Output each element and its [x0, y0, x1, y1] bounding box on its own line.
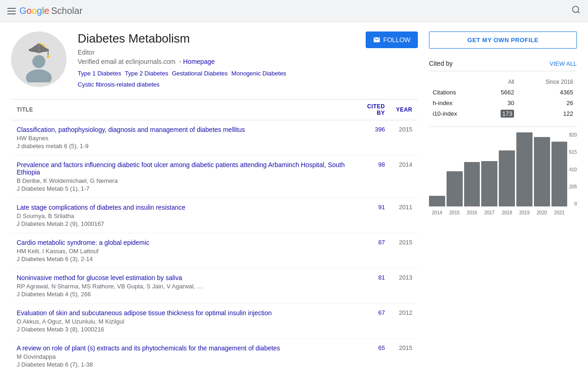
- profile-info: Diabetes Metabolism Editor Verified emai…: [78, 31, 355, 88]
- paper-title-link[interactable]: Late stage complications of diabetes and…: [17, 204, 347, 211]
- chart-year-label: 2016: [464, 210, 480, 215]
- profile-tags: Type 1 Diabetes Type 2 Diabetes Gestatio…: [78, 70, 355, 88]
- paper-cited[interactable]: 65: [352, 339, 390, 368]
- paper-journal: J Diabetes Metab 4 (5), 266: [17, 291, 347, 298]
- paper-authors: HW Baynes: [17, 135, 347, 142]
- chart-bar: [481, 161, 497, 206]
- chart-bars: [429, 132, 567, 206]
- logo-scholar-text: Scholar: [51, 6, 83, 16]
- tag-gestational[interactable]: Gestational Diabetes: [172, 70, 228, 77]
- chart-area: 20142015201620172018201920202021: [429, 132, 567, 215]
- paper-authors: O Akkus, A Oguz, M Uzunlulu, M Kizilgul: [17, 318, 347, 325]
- y-tick-615: 615: [569, 150, 577, 155]
- avatar: [11, 31, 67, 87]
- paper-info: Noninvasive method for glucose level est…: [11, 268, 352, 304]
- profile-name: Diabetes Metabolism: [78, 31, 355, 46]
- stats-hindex-row: h-index 30 26: [429, 98, 577, 108]
- chart-bar: [447, 171, 463, 206]
- y-tick-205: 205: [569, 184, 577, 189]
- stats-citations-since: 4365: [518, 87, 577, 98]
- stats-hindex-label: h-index: [429, 98, 483, 108]
- chart-year-label: 2014: [429, 210, 445, 215]
- paper-cited[interactable]: 87: [352, 233, 390, 268]
- col-cited[interactable]: CITED BY: [352, 100, 390, 120]
- papers-table: TITLE CITED BY YEAR Classification, path…: [11, 99, 418, 368]
- hamburger-menu[interactable]: [7, 8, 16, 14]
- paper-info: Late stage complications of diabetes and…: [11, 198, 352, 233]
- paper-info: Evaluation of skin and subcutaneous adip…: [11, 304, 352, 339]
- chart-bar: [429, 196, 445, 206]
- view-all-link[interactable]: VIEW ALL: [550, 60, 577, 67]
- paper-cited[interactable]: 98: [352, 156, 390, 198]
- paper-cited[interactable]: 396: [352, 120, 390, 156]
- svg-rect-4: [48, 50, 49, 56]
- paper-authors: B Deribe, K Woldemichael, G Nemera: [17, 177, 347, 184]
- paper-journal: J Diabetes Metab 2 (9), 1000167: [17, 220, 347, 227]
- paper-authors: RP Agrawal, N Sharma, MS Rathore, VB Gup…: [17, 283, 347, 290]
- table-row: A review on role of plant (s) extracts a…: [11, 339, 418, 368]
- chart-year-label: 2021: [551, 210, 568, 215]
- chart-bar: [534, 137, 550, 206]
- chart-bar: [551, 142, 568, 206]
- stats-col-since: Since 2016: [518, 77, 577, 87]
- paper-year: 2012: [391, 304, 418, 339]
- get-profile-button[interactable]: GET MY OWN PROFILE: [429, 31, 577, 49]
- paper-year: 2011: [391, 198, 418, 233]
- stats-i10index-row: i10-index 173 122: [429, 108, 577, 119]
- svg-point-10: [26, 69, 52, 82]
- profile-email: Verified email at eclinjournals.com - Ho…: [78, 58, 355, 65]
- table-row: Cardio metabolic syndrome: a global epid…: [11, 233, 418, 268]
- col-year[interactable]: YEAR: [391, 100, 418, 120]
- paper-title-link[interactable]: Prevalence and factors influencing diabe…: [17, 161, 347, 176]
- paper-title-link[interactable]: Evaluation of skin and subcutaneous adip…: [17, 309, 347, 317]
- stats-i10index-since: 122: [518, 108, 577, 119]
- paper-journal: J Diabetes Metab 5 (1), 1-7: [17, 185, 347, 192]
- paper-cited[interactable]: 91: [352, 198, 390, 233]
- stats-i10index-label: i10-index: [429, 108, 483, 119]
- paper-title-link[interactable]: Noninvasive method for glucose level est…: [17, 274, 347, 281]
- tag-type2[interactable]: Type 2 Diabetes: [125, 70, 168, 77]
- paper-journal: J Diabetes Metab 6 (7), 1-38: [17, 361, 347, 368]
- paper-year: 2015: [391, 233, 418, 268]
- paper-title-link[interactable]: Classification, pathophysiology, diagnos…: [17, 126, 347, 133]
- stats-table: All Since 2016 Citations 5662 4365 h-ind…: [429, 77, 577, 119]
- follow-button-container: FOLLOW: [366, 31, 418, 48]
- stats-hindex-since: 26: [518, 98, 577, 108]
- follow-label: FOLLOW: [383, 36, 410, 44]
- paper-title-link[interactable]: Cardio metabolic syndrome: a global epid…: [17, 239, 347, 246]
- search-button[interactable]: [571, 5, 581, 17]
- paper-cited[interactable]: 81: [352, 268, 390, 304]
- table-header: TITLE CITED BY YEAR: [11, 100, 418, 120]
- chart-year-label: 2015: [447, 210, 463, 215]
- stats-i10index-all: 173: [483, 108, 518, 119]
- paper-authors: D Soumya, B Srilatha: [17, 212, 347, 219]
- sidebar: GET MY OWN PROFILE Cited by VIEW ALL All…: [429, 31, 577, 368]
- paper-info: Prevalence and factors influencing diabe…: [11, 156, 352, 198]
- cited-by-title: Cited by: [429, 60, 453, 67]
- header: Google Scholar: [0, 0, 588, 22]
- chart-wrapper: 20142015201620172018201920202021 820 615…: [429, 132, 577, 215]
- follow-button[interactable]: FOLLOW: [366, 31, 418, 48]
- paper-year: 2015: [391, 120, 418, 156]
- paper-year: 2014: [391, 156, 418, 198]
- paper-info: Classification, pathophysiology, diagnos…: [11, 120, 352, 156]
- paper-info: A review on role of plant (s) extracts a…: [11, 339, 352, 368]
- paper-title-link[interactable]: A review on role of plant (s) extracts a…: [17, 344, 347, 352]
- svg-line-1: [578, 12, 580, 13]
- homepage-link[interactable]: Homepage: [183, 58, 215, 65]
- chart-bar: [464, 162, 480, 206]
- tag-monogenic[interactable]: Monogenic Diabetes: [232, 70, 287, 77]
- paper-cited[interactable]: 67: [352, 304, 390, 339]
- stats-citations-row: Citations 5662 4365: [429, 87, 577, 98]
- stats-col-label: [429, 77, 483, 87]
- chart-year-label: 2017: [481, 210, 497, 215]
- paper-year: 2013: [391, 268, 418, 304]
- chart-year-label: 2018: [499, 210, 515, 215]
- tag-type1[interactable]: Type 1 Diabetes: [78, 70, 121, 77]
- table-row: Classification, pathophysiology, diagnos…: [11, 120, 418, 156]
- table-row: Noninvasive method for glucose level est…: [11, 268, 418, 304]
- i10-highlighted: 173: [501, 110, 514, 118]
- stats-citations-all: 5662: [483, 87, 518, 98]
- tag-cystic[interactable]: Cystic fibrosis-related diabetes: [78, 81, 159, 88]
- profile-role: Editor: [78, 49, 355, 56]
